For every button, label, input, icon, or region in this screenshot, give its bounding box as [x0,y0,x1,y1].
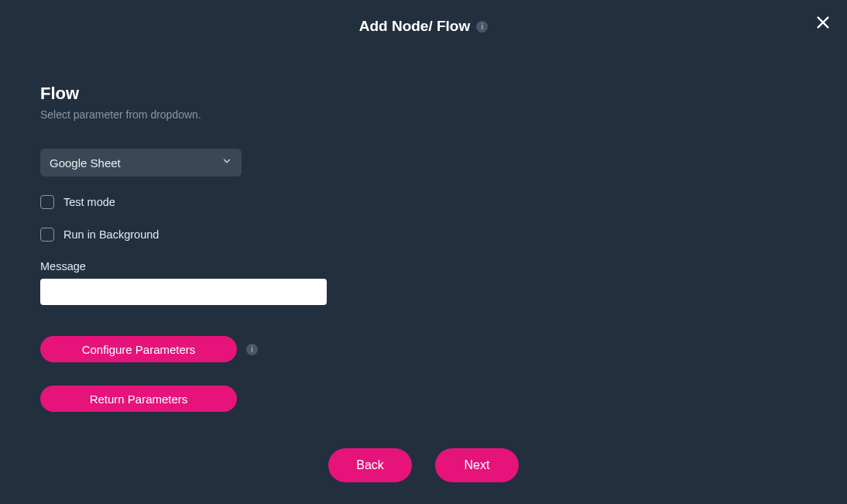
test-mode-label: Test mode [63,196,115,208]
next-button[interactable]: Next [435,448,519,482]
configure-row: Configure Parameters i [40,336,807,362]
run-background-row: Run in Background [40,228,807,242]
message-field-group: Message [40,260,807,336]
close-button[interactable] [811,11,835,36]
configure-parameters-button[interactable]: Configure Parameters [40,336,237,362]
return-row: Return Parameters [40,386,807,412]
content-area: Flow Select parameter from dropdown. Goo… [0,43,847,412]
modal-title-wrap: Add Node/ Flow i [359,18,489,35]
return-parameters-button[interactable]: Return Parameters [40,386,237,412]
message-input[interactable] [40,279,327,305]
test-mode-row: Test mode [40,195,807,209]
dropdown-selected-value: Google Sheet [50,156,221,170]
section-title: Flow [40,84,807,104]
run-background-checkbox[interactable] [40,228,54,242]
close-icon [814,14,832,31]
modal-title: Add Node/ Flow [359,18,471,35]
modal-header: Add Node/ Flow i [0,0,847,43]
info-icon[interactable]: i [246,344,258,355]
section-subtitle: Select parameter from dropdown. [40,108,807,121]
parameter-dropdown[interactable]: Google Sheet [40,149,242,177]
run-background-label: Run in Background [63,228,159,241]
message-label: Message [40,260,807,273]
info-icon[interactable]: i [476,21,488,33]
back-button[interactable]: Back [328,448,412,482]
chevron-down-icon [221,156,232,170]
footer: Back Next [0,448,847,482]
test-mode-checkbox[interactable] [40,195,54,209]
